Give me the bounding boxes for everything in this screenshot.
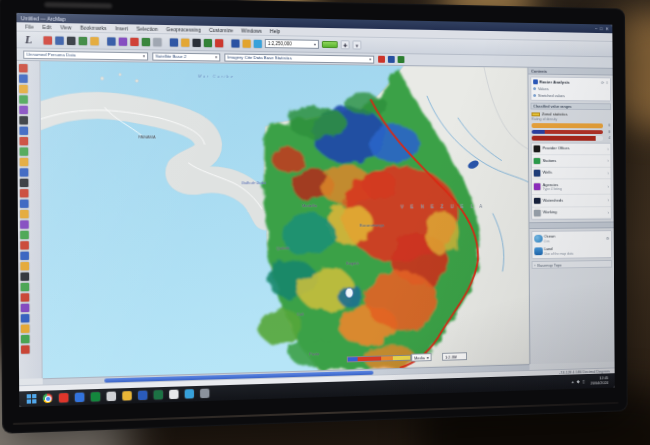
toolbar-icon[interactable] <box>243 39 251 47</box>
tool-icon[interactable] <box>20 272 29 280</box>
chevron-right-icon[interactable]: › <box>608 210 609 215</box>
menu-item[interactable]: Selection <box>136 26 157 33</box>
basemap-footer[interactable]: › Basemap Topo <box>532 260 613 269</box>
toolbar-icon[interactable] <box>90 37 99 45</box>
tool-icon[interactable] <box>20 168 29 176</box>
menu-item[interactable]: Windows <box>241 27 262 33</box>
window-control-button[interactable]: ✕ <box>605 26 608 31</box>
layer-row[interactable]: Working › <box>532 207 611 220</box>
toolbar-icon[interactable] <box>170 38 178 46</box>
layer-row[interactable]: Watersheds › <box>532 195 611 208</box>
tool-icon[interactable] <box>21 324 30 333</box>
taskbar-app-icon[interactable] <box>200 389 209 398</box>
add-tool-button[interactable]: ✚ <box>341 40 350 49</box>
toolbar-icon[interactable] <box>67 36 76 44</box>
window-control-button[interactable]: – <box>595 26 597 31</box>
tool-icon[interactable] <box>20 220 29 228</box>
tool-icon[interactable] <box>21 293 30 301</box>
tool-icon[interactable] <box>19 137 28 145</box>
toolbar-icon[interactable] <box>153 38 161 46</box>
chevron-right-icon[interactable]: › <box>607 158 608 163</box>
toolbar-icon[interactable] <box>130 37 138 45</box>
toolbar-icon[interactable] <box>254 39 262 47</box>
taskbar-app-icon[interactable] <box>185 389 194 398</box>
layer-row[interactable]: Wells › <box>532 167 611 179</box>
raster-row[interactable]: Stretched values <box>538 93 565 98</box>
tool-icon[interactable] <box>20 158 29 166</box>
chevron-right-icon[interactable]: › <box>607 184 608 189</box>
tool-icon[interactable] <box>19 106 28 114</box>
menu-item[interactable]: Geoprocessing <box>166 26 201 33</box>
media-dropdown[interactable]: Media ▾ <box>411 353 431 361</box>
toolbar-icon[interactable] <box>55 36 64 44</box>
dropdown-tool-button[interactable]: ▾ <box>352 40 361 49</box>
scale-combo[interactable]: 1:2,250,000 ▾ <box>265 39 319 49</box>
tool-icon[interactable] <box>21 283 30 291</box>
chevron-right-icon[interactable]: › <box>608 198 609 203</box>
tool-icon[interactable] <box>19 64 28 72</box>
toolbar-icon[interactable] <box>119 37 127 45</box>
toolbar-icon[interactable] <box>231 39 239 47</box>
tool-icon[interactable] <box>20 200 29 208</box>
tool-icon[interactable] <box>21 345 30 354</box>
menu-item[interactable]: Bookmarks <box>80 24 106 31</box>
start-button[interactable] <box>27 394 37 404</box>
tool-icon[interactable] <box>19 116 28 124</box>
taskbar-app-icon[interactable] <box>122 391 131 401</box>
taskbar-app-icon[interactable] <box>154 390 163 400</box>
tool-icon[interactable] <box>19 127 28 135</box>
toolbar-icon[interactable] <box>215 39 223 47</box>
toolbar-icon[interactable] <box>378 56 385 63</box>
tray-icon[interactable]: ▯ <box>583 379 585 384</box>
taskbar-app-icon[interactable] <box>169 390 178 399</box>
menu-item[interactable]: View <box>60 24 71 30</box>
map-canvas[interactable]: PANAMÁ Mar Caribe Golfo de Urabá Medellí… <box>40 61 529 378</box>
layer-combo[interactable]: Unnamed Persona Data ▾ <box>23 50 148 60</box>
menu-item[interactable]: Customize <box>209 27 233 34</box>
layer-row[interactable]: Stations › <box>532 155 611 167</box>
tool-icon[interactable] <box>19 95 28 103</box>
tool-icon[interactable] <box>20 147 29 155</box>
taskbar-app-icon[interactable] <box>91 392 101 402</box>
taskbar-clock[interactable]: 12:45 20/04/2024 <box>590 376 608 386</box>
tool-icon[interactable] <box>21 304 30 313</box>
toolbar-icon[interactable] <box>142 37 150 45</box>
toolbar-icon[interactable] <box>204 38 212 46</box>
tool-icon[interactable] <box>20 179 29 187</box>
taskbar-app-icon[interactable] <box>75 393 85 403</box>
menu-item[interactable]: Insert <box>115 25 128 31</box>
toolbar-icon[interactable] <box>43 36 52 44</box>
tray-icon[interactable]: ▴ <box>572 379 574 384</box>
chevron-right-icon[interactable]: › <box>607 146 608 151</box>
layer-row[interactable]: Provider Offices › <box>532 143 611 155</box>
browser-icon[interactable] <box>43 394 53 404</box>
taskbar-app-icon[interactable] <box>107 392 117 402</box>
tool-icon[interactable] <box>21 335 30 344</box>
tool-icon[interactable] <box>19 85 28 93</box>
tool-icon[interactable] <box>20 241 29 249</box>
menu-item[interactable]: Edit <box>42 24 51 30</box>
window-control-button[interactable]: □ <box>600 26 603 31</box>
toolbar-icon[interactable] <box>79 36 88 44</box>
tray-icon[interactable]: ◆ <box>577 379 580 384</box>
tool-icon[interactable] <box>20 262 29 270</box>
toolbar-icon[interactable] <box>181 38 189 46</box>
tool-icon[interactable] <box>20 189 29 197</box>
panel-tab[interactable]: Contents <box>528 68 612 76</box>
tool-icon[interactable] <box>19 74 28 82</box>
chevron-right-icon[interactable]: › <box>607 170 608 175</box>
gear-icon[interactable]: ⚙ <box>606 236 609 241</box>
toolbar-icon[interactable] <box>388 56 395 63</box>
toolbar-icon[interactable] <box>192 38 200 46</box>
tool-icon[interactable] <box>20 231 29 239</box>
toolbar-icon[interactable] <box>398 56 405 63</box>
imagery-combo[interactable]: Imagery Cite Data Base Statistics ▾ <box>224 53 374 63</box>
taskbar-app-icon[interactable] <box>59 393 69 403</box>
tool-icon[interactable] <box>20 252 29 260</box>
menu-item[interactable]: File <box>25 23 34 29</box>
list-icon[interactable]: ≡ <box>606 80 608 85</box>
raster-row[interactable]: Values <box>538 86 549 91</box>
refresh-icon[interactable]: ⟳ <box>601 80 604 85</box>
toolbar-icon[interactable] <box>107 37 115 45</box>
taskbar-app-icon[interactable] <box>138 391 147 401</box>
